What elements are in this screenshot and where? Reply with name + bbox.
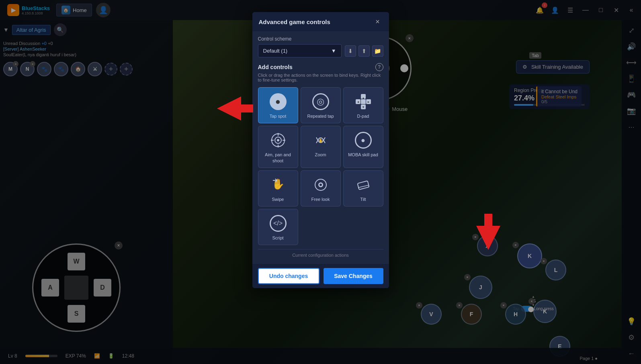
tilt-label: Tilt bbox=[360, 196, 366, 202]
svg-text:✋: ✋ bbox=[318, 138, 324, 143]
help-icon-btn[interactable]: ? bbox=[375, 63, 383, 71]
control-scheme-section: Control scheme Default (1) ▼ ⬇ ⬆ 📁 bbox=[258, 36, 383, 57]
config-actions-label: Current configuration actions bbox=[258, 249, 383, 259]
aim-icon bbox=[270, 132, 287, 149]
modal-title: Advanced game controls bbox=[259, 18, 330, 25]
modal-body: Control scheme Default (1) ▼ ⬇ ⬆ 📁 A bbox=[252, 31, 389, 264]
control-item-freelook[interactable]: Free look bbox=[301, 170, 341, 207]
tap-spot-label: Tap spot bbox=[270, 113, 287, 119]
control-item-tap-spot[interactable]: ● Tap spot bbox=[258, 87, 298, 123]
svg-text:◄: ◄ bbox=[356, 100, 359, 103]
dpad-icon: ▲ ▼ ◄ ► bbox=[355, 93, 372, 110]
modal-overlay: Advanced game controls × Control scheme … bbox=[0, 0, 641, 364]
scheme-row: Default (1) ▼ ⬇ ⬆ 📁 bbox=[258, 44, 383, 57]
control-scheme-label: Control scheme bbox=[258, 36, 383, 42]
controls-grid: ● Tap spot ◎ Repeated tap bbox=[258, 87, 383, 245]
modal-footer: Undo changes Save Changes bbox=[252, 264, 389, 288]
dpad-label: D-pad bbox=[357, 113, 369, 119]
add-controls-header: Add controls ? bbox=[258, 63, 383, 71]
scheme-icons: ⬇ ⬆ 📁 bbox=[345, 45, 383, 57]
tilt-icon bbox=[355, 176, 372, 193]
undo-changes-button[interactable]: Undo changes bbox=[258, 268, 319, 284]
repeated-tap-label: Repeated tap bbox=[307, 113, 334, 119]
freelook-icon bbox=[312, 176, 329, 193]
modal-header: Advanced game controls × bbox=[252, 12, 389, 31]
svg-point-13 bbox=[277, 139, 279, 141]
script-label: Script bbox=[272, 235, 283, 241]
modal-close-btn[interactable]: × bbox=[373, 17, 383, 27]
control-item-tilt[interactable]: Tilt bbox=[343, 170, 383, 207]
control-item-aim[interactable]: Aim, pan and shoot bbox=[258, 126, 298, 168]
repeated-tap-icon: ◎ bbox=[312, 93, 329, 110]
moba-icon: ● bbox=[355, 132, 372, 149]
control-item-dpad[interactable]: ▲ ▼ ◄ ► D-pad bbox=[343, 87, 383, 123]
moba-label: MOBA skill pad bbox=[348, 152, 378, 157]
control-item-swipe[interactable]: ✋ Swipe bbox=[258, 170, 298, 207]
export-scheme-btn[interactable]: ⬆ bbox=[358, 45, 370, 57]
add-controls-desc: Click or drag the actions on the screen … bbox=[258, 73, 383, 82]
svg-text:▲: ▲ bbox=[362, 96, 365, 99]
svg-text:▼: ▼ bbox=[362, 106, 365, 108]
freelook-label: Free look bbox=[311, 196, 330, 202]
control-item-zoom[interactable]: ✋ Zoom bbox=[301, 126, 341, 168]
script-icon: </> bbox=[270, 215, 287, 232]
svg-rect-6 bbox=[361, 99, 366, 104]
zoom-label: Zoom bbox=[315, 152, 326, 157]
advanced-controls-modal: Advanced game controls × Control scheme … bbox=[252, 12, 389, 288]
control-item-moba[interactable]: ● MOBA skill pad bbox=[343, 126, 383, 168]
add-controls-title: Add controls bbox=[258, 64, 293, 70]
svg-text:✋: ✋ bbox=[272, 178, 285, 190]
swipe-icon: ✋ bbox=[270, 176, 287, 193]
zoom-icon: ✋ bbox=[312, 132, 329, 149]
scheme-dropdown[interactable]: Default (1) ▼ bbox=[258, 44, 342, 57]
control-item-script[interactable]: </> Script bbox=[258, 209, 298, 245]
swipe-label: Swipe bbox=[272, 196, 284, 202]
tap-spot-icon: ● bbox=[270, 93, 287, 110]
import-scheme-btn[interactable]: ⬇ bbox=[345, 45, 356, 57]
control-item-repeated-tap[interactable]: ◎ Repeated tap bbox=[301, 87, 341, 123]
svg-point-23 bbox=[319, 184, 322, 186]
save-changes-button[interactable]: Save Changes bbox=[324, 268, 383, 284]
folder-scheme-btn[interactable]: 📁 bbox=[372, 45, 383, 57]
aim-label: Aim, pan and shoot bbox=[262, 152, 295, 164]
add-controls-section: Add controls ? Click or drag the actions… bbox=[258, 63, 383, 259]
svg-text:►: ► bbox=[367, 100, 370, 103]
